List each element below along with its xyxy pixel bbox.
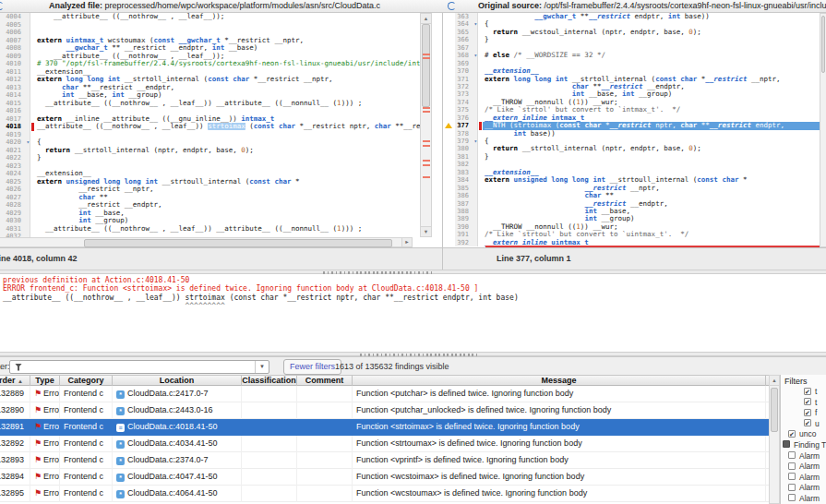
fewer-filters-button[interactable]: Fewer filters bbox=[283, 359, 341, 375]
finding-row-132893[interactable]: 132893⚑ErrorFrontend c*CloudData.c:2374.… bbox=[0, 452, 769, 469]
code-line-378[interactable]: 378 int base)) bbox=[443, 130, 826, 138]
filter-item-t[interactable]: ✔t bbox=[781, 386, 826, 397]
code-line-4022[interactable]: 4022} bbox=[0, 154, 420, 162]
scroll-up-icon[interactable]: ▲ bbox=[421, 14, 431, 24]
analyzed-file-code-view[interactable]: 4004 __attribute__ ((__nothrow__ , __lea… bbox=[0, 13, 420, 237]
code-line-4028[interactable]: 4028 __restrict __endptr, bbox=[0, 201, 420, 210]
scroll-up-icon[interactable]: ▲ bbox=[770, 376, 779, 386]
code-line-372[interactable]: 372 char **__restrict __endptr, bbox=[443, 83, 826, 90]
finding-row-132890[interactable]: 132890⚑ErrorFrontend c*CloudData.c:2443.… bbox=[0, 402, 769, 419]
code-line-4027[interactable]: 4027 char ** bbox=[0, 194, 420, 202]
code-line-373[interactable]: 373 int __base, int __group) bbox=[443, 90, 826, 98]
code-line-363[interactable]: 363 __gwchar_t **__restrict endptr, int … bbox=[443, 13, 826, 20]
code-line-371[interactable]: 371extern long long int __strtoll_intern… bbox=[443, 76, 826, 83]
code-line-4024[interactable]: 4024__extension__ bbox=[0, 170, 420, 178]
code-line-364[interactable]: 364▾{ bbox=[443, 20, 826, 28]
code-line-384[interactable]: 384extern unsigned long long int __strto… bbox=[443, 176, 826, 184]
code-line-4014[interactable]: 4014 int __base, int __group) bbox=[0, 91, 420, 100]
filter-item-alarm[interactable]: Alarm bbox=[781, 482, 826, 493]
code-line-382[interactable]: 382 bbox=[443, 161, 826, 168]
code-line-388[interactable]: 388 int __base, bbox=[443, 208, 826, 215]
code-line-380[interactable]: 380 return __strtoll_internal (nptr, end… bbox=[443, 145, 826, 152]
checkbox-checked[interactable]: ✔ bbox=[804, 419, 811, 426]
finding-row-132892[interactable]: 132892⚑ErrorFrontend c*CloudData.c:4034.… bbox=[0, 436, 769, 452]
code-line-365[interactable]: 365 return __wcstoul_internal (nptr, end… bbox=[443, 29, 826, 36]
code-line-4023[interactable]: 4023 bbox=[0, 162, 420, 171]
code-line-4026[interactable]: 4026 __restrict __nptr, bbox=[0, 186, 420, 194]
checkbox-unchecked[interactable] bbox=[788, 473, 796, 480]
finding-row-132889[interactable]: 132889⚑ErrorFrontend c*CloudData.c:2417.… bbox=[0, 386, 769, 402]
code-line-4025[interactable]: 4025extern unsigned long long int __strt… bbox=[0, 178, 420, 186]
filter-item-unco[interactable]: ✔unco bbox=[781, 428, 826, 439]
code-line-387[interactable]: 387 __restrict __endptr, bbox=[443, 200, 826, 208]
code-line-4015[interactable]: 4015 __attribute__ ((__nothrow__ , __lea… bbox=[0, 100, 420, 108]
filter-item-t[interactable]: ✔t bbox=[781, 397, 826, 408]
checkbox-unchecked[interactable] bbox=[788, 451, 796, 459]
code-line-4011[interactable]: 4011__extension__ bbox=[0, 68, 420, 77]
code-line-4008[interactable]: 4008 __gwchar_t ** __restrict __endptr, … bbox=[0, 44, 420, 53]
code-line-368[interactable]: 368▾# else /* __WORDSIZE == 32 */ bbox=[443, 52, 826, 59]
left-pane-horizontal-scrollbar[interactable]: ◄ ► bbox=[0, 237, 413, 247]
finding-row-132894[interactable]: 132894⚑ErrorFrontend c*CloudData.c:4047.… bbox=[0, 469, 769, 486]
code-line-383[interactable]: 383__extension__ bbox=[443, 169, 826, 176]
code-line-4021[interactable]: 4021 return __strtoll_internal (nptr, en… bbox=[0, 147, 420, 155]
original-source-code-view[interactable]: 363 __gwchar_t **__restrict endptr, int … bbox=[443, 13, 826, 247]
code-line-385[interactable]: 385 __restrict __nptr, bbox=[443, 185, 826, 192]
finding-row-132891[interactable]: 132891⚑ErrorFrontend c≡CloudData.c:4018.… bbox=[0, 419, 769, 436]
filter-item-alarm[interactable]: Alarm bbox=[781, 450, 826, 462]
code-line-4016[interactable]: 4016 bbox=[0, 107, 420, 115]
code-line-4029[interactable]: 4029 int __base, bbox=[0, 210, 420, 218]
code-line-4006[interactable]: 4006 bbox=[0, 29, 420, 37]
code-line-4004[interactable]: 4004 __attribute__ ((__nothrow__ , __lea… bbox=[0, 13, 420, 21]
code-line-4017[interactable]: 4017extern __inline __attribute__ ((__gn… bbox=[0, 115, 420, 124]
scrollbar-thumb[interactable] bbox=[821, 16, 825, 73]
scrollbar-thumb[interactable] bbox=[771, 388, 778, 432]
code-line-4005[interactable]: 4005 bbox=[0, 21, 420, 30]
filter-item-f[interactable]: ✔f bbox=[781, 407, 826, 418]
code-line-366[interactable]: 366} bbox=[443, 36, 826, 43]
code-line-4019[interactable]: 4019 bbox=[0, 131, 420, 139]
code-line-4012[interactable]: 4012extern long long int __strtoll_inter… bbox=[0, 76, 420, 84]
code-line-4018[interactable]: 4018__attribute__ ((__nothrow__ , __leaf… bbox=[0, 123, 420, 131]
code-line-4030[interactable]: 4030 int __group) bbox=[0, 217, 420, 225]
code-line-381[interactable]: 381} bbox=[443, 153, 826, 161]
code-line-375[interactable]: 375/* Like `strtol' but convert to `intm… bbox=[443, 106, 826, 114]
left-pane-vertical-scrollbar[interactable]: ▲ ▼ bbox=[420, 13, 432, 237]
code-line-4009[interactable]: 4009 __attribute__ ((__nothrow__ , __lea… bbox=[0, 53, 420, 61]
filter-item-u[interactable]: ✔u bbox=[781, 418, 826, 429]
checkbox-unchecked[interactable] bbox=[788, 462, 796, 470]
finding-row-132895[interactable]: 132895⚑ErrorFrontend c*CloudData.c:4064.… bbox=[0, 486, 769, 502]
checkbox-unchecked[interactable] bbox=[788, 494, 796, 501]
code-line-389[interactable]: 389 int __group) bbox=[443, 215, 826, 222]
checkbox-unchecked[interactable] bbox=[788, 484, 796, 491]
code-line-391[interactable]: 391/* Like `strtoul' but convert to `uin… bbox=[443, 231, 826, 238]
checkbox-partial[interactable] bbox=[783, 440, 790, 448]
filter-item-alarm[interactable]: Alarm bbox=[781, 472, 826, 483]
code-line-390[interactable]: 390 __THROW __nonnull ((1)) __wur; bbox=[443, 223, 826, 231]
scrollbar-thumb[interactable] bbox=[84, 239, 392, 247]
code-line-4010[interactable]: 4010# 370 "/opt/fsl-framebuffer/2.4.4/sy… bbox=[0, 60, 420, 68]
code-line-386[interactable]: 386 char ** bbox=[443, 192, 826, 199]
checkbox-checked[interactable]: ✔ bbox=[788, 430, 796, 438]
scrollbar-thumb[interactable] bbox=[422, 24, 430, 107]
filter-item-alarm[interactable]: Alarm bbox=[781, 461, 826, 472]
code-line-4013[interactable]: 4013 char **__restrict __endptr, bbox=[0, 84, 420, 92]
filter-item-finding-t[interactable]: Finding T bbox=[781, 439, 826, 450]
chevron-down-icon[interactable]: ▼ bbox=[255, 361, 269, 373]
filter-item-alarm[interactable]: Alarm bbox=[781, 493, 826, 504]
code-line-367[interactable]: 367 bbox=[443, 44, 826, 52]
code-line-4031[interactable]: 4031 __attribute__ ((__nothrow__ , __lea… bbox=[0, 225, 420, 234]
scroll-down-icon[interactable]: ▼ bbox=[421, 226, 431, 236]
code-line-370[interactable]: 370__extension__ bbox=[443, 67, 826, 75]
code-line-377[interactable]: 377__NTH (strtoimax (const char *__restr… bbox=[443, 122, 826, 129]
right-pane-vertical-scrollbar[interactable] bbox=[820, 13, 826, 247]
checkbox-checked[interactable]: ✔ bbox=[804, 409, 811, 416]
table-vertical-scrollbar[interactable]: ▲ bbox=[769, 375, 780, 504]
code-line-374[interactable]: 374 __THROW __nonnull ((1)) __wur; bbox=[443, 99, 826, 106]
checkbox-checked[interactable]: ✔ bbox=[804, 388, 811, 395]
code-line-4020[interactable]: 4020▾{ bbox=[0, 138, 420, 147]
code-line-376[interactable]: 376__extern_inline intmax_t bbox=[443, 114, 826, 122]
code-line-379[interactable]: 379▾{ bbox=[443, 138, 826, 145]
code-line-4007[interactable]: 4007extern uintmax_t wcstoumax (const __… bbox=[0, 37, 420, 45]
scroll-right-icon[interactable]: ► bbox=[401, 238, 412, 246]
